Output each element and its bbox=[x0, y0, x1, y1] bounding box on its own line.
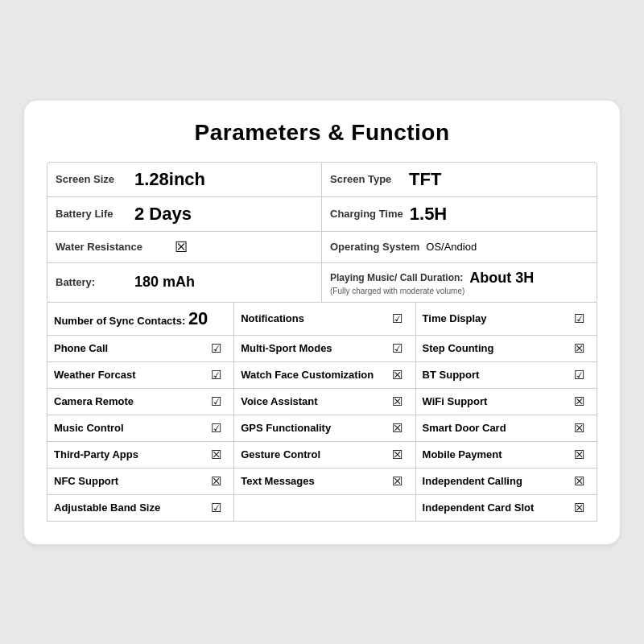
empty-cell bbox=[234, 494, 415, 521]
multi-sport-check: ☑ bbox=[386, 341, 409, 356]
screen-type-value: TFT bbox=[409, 169, 441, 190]
text-messages-cell: Text Messages ☒ bbox=[234, 468, 415, 494]
phone-call-check: ☑ bbox=[204, 341, 227, 356]
charging-time-value: 1.5H bbox=[410, 204, 447, 225]
water-resistance-check: ☒ bbox=[175, 238, 188, 256]
table-row: Music Control ☑ GPS Functionality ☒ Smar… bbox=[47, 415, 597, 441]
phone-call-label: Phone Call bbox=[54, 342, 108, 354]
os-cell: Operating System OS/Andiod bbox=[322, 232, 597, 262]
time-display-header-cell: Time Display ☑ bbox=[415, 302, 597, 335]
gesture-check: ☒ bbox=[386, 448, 409, 462]
gps-label: GPS Functionality bbox=[241, 422, 331, 434]
battery-mah-value: 180 mAh bbox=[134, 274, 195, 291]
third-party-cell: Third-Party Apps ☒ bbox=[47, 441, 234, 468]
step-counting-label: Step Counting bbox=[423, 342, 494, 354]
screen-size-label: Screen Size bbox=[56, 173, 128, 185]
bt-support-cell: BT Support ☑ bbox=[415, 361, 597, 388]
independent-calling-cell: Independent Calling ☒ bbox=[415, 468, 597, 494]
wifi-support-label: WiFi Support bbox=[423, 395, 488, 407]
text-messages-check: ☒ bbox=[386, 474, 409, 489]
main-card: Parameters & Function Screen Size 1.28in… bbox=[24, 101, 620, 544]
multi-sport-cell: Multi-Sport Modes ☑ bbox=[234, 335, 415, 361]
camera-remote-label: Camera Remote bbox=[54, 395, 134, 407]
sync-contacts-label: Number of Sync Contacts: bbox=[54, 315, 185, 327]
camera-remote-check: ☑ bbox=[204, 394, 227, 409]
notifications-header-cell: Notifications ☑ bbox=[234, 302, 415, 335]
voice-assistant-label: Voice Assistant bbox=[241, 395, 317, 407]
watch-face-check: ☒ bbox=[386, 368, 409, 382]
step-counting-check: ☒ bbox=[568, 341, 590, 356]
water-resistance-label: Water Resistance bbox=[56, 241, 142, 253]
battery-life-label: Battery Life bbox=[56, 208, 128, 220]
adjustable-band-label: Adjustable Band Size bbox=[54, 502, 160, 514]
smart-door-cell: Smart Door Card ☒ bbox=[415, 415, 597, 441]
time-display-header-check: ☑ bbox=[568, 312, 590, 326]
os-value: OS/Andiod bbox=[426, 241, 477, 253]
charging-time-cell: Charging Time 1.5H bbox=[322, 197, 597, 231]
nfc-check: ☒ bbox=[204, 474, 227, 489]
music-duration-value: About 3H bbox=[469, 270, 534, 287]
camera-remote-cell: Camera Remote ☑ bbox=[47, 388, 234, 415]
music-duration-label: Playing Music/ Call Duration: bbox=[330, 272, 463, 283]
multi-sport-label: Multi-Sport Modes bbox=[241, 342, 332, 354]
screen-size-cell: Screen Size 1.28inch bbox=[47, 163, 322, 196]
weather-cell: Weather Forcast ☑ bbox=[47, 361, 234, 388]
screen-type-cell: Screen Type TFT bbox=[322, 163, 597, 196]
third-party-check: ☒ bbox=[204, 448, 227, 462]
music-duration-note: (Fully charged with moderate volume) bbox=[330, 287, 464, 295]
mobile-payment-check: ☒ bbox=[568, 448, 590, 462]
sync-contacts-value: 20 bbox=[188, 308, 208, 328]
music-duration-cell: Playing Music/ Call Duration: About 3H (… bbox=[322, 263, 597, 302]
os-label: Operating System bbox=[330, 241, 419, 253]
step-counting-cell: Step Counting ☒ bbox=[415, 335, 597, 361]
watch-face-label: Watch Face Customization bbox=[241, 369, 374, 381]
spec-row-battery: Battery Life 2 Days Charging Time 1.5H bbox=[47, 197, 597, 232]
table-row: NFC Support ☒ Text Messages ☒ Independen… bbox=[47, 468, 597, 494]
bt-support-check: ☑ bbox=[568, 368, 590, 382]
bt-support-label: BT Support bbox=[423, 369, 480, 381]
table-row: Weather Forcast ☑ Watch Face Customizati… bbox=[47, 361, 597, 388]
nfc-label: NFC Support bbox=[54, 475, 118, 487]
gesture-label: Gesture Control bbox=[241, 448, 320, 460]
battery-life-value: 2 Days bbox=[134, 204, 192, 225]
notifications-header-check: ☑ bbox=[386, 312, 409, 326]
independent-card-label: Independent Card Slot bbox=[423, 502, 535, 514]
battery-mah-label: Battery: bbox=[56, 276, 128, 288]
weather-label: Weather Forcast bbox=[54, 369, 136, 381]
gesture-cell: Gesture Control ☒ bbox=[234, 441, 415, 468]
gps-cell: GPS Functionality ☒ bbox=[234, 415, 415, 441]
spec-row-battery2: Battery: 180 mAh Playing Music/ Call Dur… bbox=[47, 263, 597, 302]
adjustable-band-check: ☑ bbox=[204, 501, 227, 515]
sync-contacts-cell: Number of Sync Contacts: 20 bbox=[47, 302, 234, 335]
charging-time-label: Charging Time bbox=[330, 208, 403, 220]
smart-door-check: ☒ bbox=[568, 421, 590, 436]
independent-card-check: ☒ bbox=[568, 501, 590, 515]
music-control-label: Music Control bbox=[54, 422, 124, 434]
mobile-payment-label: Mobile Payment bbox=[423, 448, 502, 460]
music-control-cell: Music Control ☑ bbox=[47, 415, 234, 441]
third-party-label: Third-Party Apps bbox=[54, 448, 138, 460]
specs-section: Screen Size 1.28inch Screen Type TFT Bat… bbox=[47, 162, 597, 303]
independent-card-cell: Independent Card Slot ☒ bbox=[415, 494, 597, 521]
spec-row-screen: Screen Size 1.28inch Screen Type TFT bbox=[47, 163, 597, 197]
text-messages-label: Text Messages bbox=[241, 475, 315, 487]
table-row: Camera Remote ☑ Voice Assistant ☒ WiFi S… bbox=[47, 388, 597, 415]
notifications-header-label: Notifications bbox=[241, 312, 304, 324]
time-display-header-label: Time Display bbox=[423, 312, 487, 324]
voice-assistant-cell: Voice Assistant ☒ bbox=[234, 388, 415, 415]
screen-size-value: 1.28inch bbox=[134, 169, 205, 190]
spec-row-water: Water Resistance ☒ Operating System OS/A… bbox=[47, 232, 597, 263]
features-header-row: Number of Sync Contacts: 20 Notification… bbox=[47, 302, 597, 335]
mobile-payment-cell: Mobile Payment ☒ bbox=[415, 441, 597, 468]
smart-door-label: Smart Door Card bbox=[423, 422, 506, 434]
independent-calling-label: Independent Calling bbox=[423, 475, 522, 487]
page-title: Parameters & Function bbox=[47, 120, 597, 146]
watch-face-cell: Watch Face Customization ☒ bbox=[234, 361, 415, 388]
phone-call-cell: Phone Call ☑ bbox=[47, 335, 234, 361]
screen-type-label: Screen Type bbox=[330, 173, 402, 185]
table-row: Adjustable Band Size ☑ Independent Card … bbox=[47, 494, 597, 521]
nfc-cell: NFC Support ☒ bbox=[47, 468, 234, 494]
table-row: Third-Party Apps ☒ Gesture Control ☒ Mob… bbox=[47, 441, 597, 468]
wifi-support-check: ☒ bbox=[568, 394, 590, 409]
wifi-support-cell: WiFi Support ☒ bbox=[415, 388, 597, 415]
